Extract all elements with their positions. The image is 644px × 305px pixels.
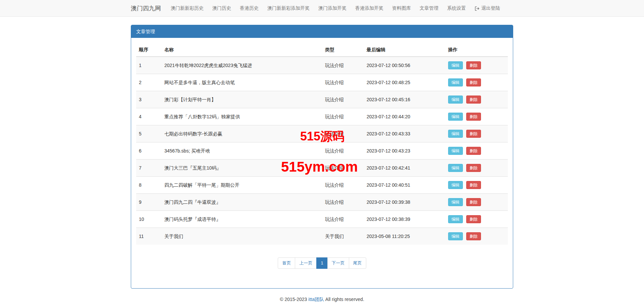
nav-item[interactable]: 文章管理 (415, 0, 443, 17)
delete-button[interactable]: 删除 (466, 181, 481, 189)
pagination-next[interactable]: 下一页 (327, 257, 349, 269)
edit-button[interactable]: 编辑 (448, 113, 463, 121)
pagination-last[interactable]: 尾页 (349, 257, 366, 269)
row-order: 5 (136, 125, 162, 142)
footer-team-link[interactable]: itta团队 (308, 297, 324, 302)
row-actions: 编辑 删除 (445, 142, 508, 160)
edit-button[interactable]: 编辑 (448, 130, 463, 138)
nav-item[interactable]: 澳门新新彩历史 (166, 0, 208, 17)
delete-button[interactable]: 删除 (466, 147, 481, 155)
header-order: 顺序 (136, 43, 162, 57)
brand-logo[interactable]: 澳门四九网 (131, 4, 161, 12)
delete-button[interactable]: 删除 (466, 96, 481, 104)
nav-item[interactable]: 澳门添加开奖 (314, 0, 351, 17)
nav-item[interactable]: 香港添加开奖 (351, 0, 388, 17)
pagination-prev[interactable]: 上一页 (295, 257, 317, 269)
pagination-first[interactable]: 首页 (278, 257, 295, 269)
table-row: 5 七期必出特码数字-长跟必赢 玩法介绍 2023-07-12 00:43:33… (136, 125, 508, 142)
top-navbar: 澳门四九网 澳门新新彩历史澳门历史香港历史澳门新新彩添加开奖澳门添加开奖香港添加… (0, 0, 644, 17)
article-type: 玩法介绍 (322, 125, 364, 142)
edit-button[interactable]: 编辑 (448, 215, 463, 223)
nav-item[interactable]: 系统设置 (443, 0, 470, 17)
delete-button[interactable]: 删除 (466, 78, 481, 86)
edit-button[interactable]: 编辑 (448, 147, 463, 155)
table-row: 3 澳门彩【计划平特一肖】 玩法介绍 2023-07-12 00:45:16 编… (136, 91, 508, 108)
last-edited: 2023-07-12 00:38:39 (364, 211, 445, 228)
delete-button[interactable]: 删除 (466, 164, 481, 172)
header-actions: 操作 (445, 43, 508, 57)
article-type: 关于我们 (322, 228, 364, 245)
nav-item[interactable]: 澳门新新彩添加开奖 (263, 0, 314, 17)
delete-button[interactable]: 删除 (466, 232, 481, 240)
last-edited: 2023-07-12 00:45:16 (364, 91, 445, 108)
delete-button[interactable]: 删除 (466, 198, 481, 206)
row-actions: 编辑 删除 (445, 228, 508, 245)
header-name: 名称 (162, 43, 322, 57)
row-order: 4 (136, 108, 162, 125)
row-order: 3 (136, 91, 162, 108)
row-actions: 编辑 删除 (445, 125, 508, 142)
article-name: 关于我们 (162, 228, 322, 245)
nav-item[interactable]: 资料图库 (388, 0, 415, 17)
article-type: 玩法介绍 (322, 194, 364, 211)
article-type: 玩法介绍 (322, 160, 364, 177)
edit-button[interactable]: 编辑 (448, 96, 463, 104)
row-order: 2 (136, 74, 162, 91)
delete-button[interactable]: 删除 (466, 113, 481, 121)
last-edited: 2023-07-12 00:50:56 (364, 57, 445, 74)
edit-button[interactable]: 编辑 (448, 78, 463, 86)
edit-button[interactable]: 编辑 (448, 181, 463, 189)
article-type: 玩法介绍 (322, 91, 364, 108)
last-edited: 2023-07-12 00:44:20 (364, 108, 445, 125)
row-actions: 编辑 删除 (445, 177, 508, 194)
delete-button[interactable]: 删除 (466, 61, 481, 69)
edit-button[interactable]: 编辑 (448, 61, 463, 69)
article-management-panel: 文章管理 顺序 名称 类型 最后编辑 操作 1 2021牛转乾坤2022虎虎生 (131, 25, 513, 289)
row-actions: 编辑 删除 (445, 194, 508, 211)
row-order: 7 (136, 160, 162, 177)
pagination-page-1[interactable]: 1 (316, 257, 327, 269)
edit-button[interactable]: 编辑 (448, 232, 463, 240)
table-header-row: 顺序 名称 类型 最后编辑 操作 (136, 43, 508, 57)
row-order: 11 (136, 228, 162, 245)
delete-button[interactable]: 删除 (466, 215, 481, 223)
article-name: 34567b.sbs; 买啥开啥 (162, 142, 322, 160)
footer-prefix: © 2015-2023 (280, 297, 308, 302)
row-order: 10 (136, 211, 162, 228)
table-row: 9 澳门四九二四『牛逼双波』 玩法介绍 2023-07-12 00:39:38 … (136, 194, 508, 211)
nav-item[interactable]: 澳门历史 (208, 0, 235, 17)
nav-item[interactable]: 香港历史 (235, 0, 263, 17)
article-name: 澳门四九二四『牛逼双波』 (162, 194, 322, 211)
last-edited: 2023-07-12 00:43:23 (364, 142, 445, 160)
edit-button[interactable]: 编辑 (448, 198, 463, 206)
last-edited: 2023-07-12 00:40:51 (364, 177, 445, 194)
article-type: 玩法介绍 (322, 108, 364, 125)
table-row: 1 2021牛转乾坤2022虎虎生威2023兔飞猛进 玩法介绍 2023-07-… (136, 57, 508, 74)
logout-label: 退出登陆 (481, 5, 500, 11)
table-row: 10 澳门码头托梦『成语平特』 玩法介绍 2023-07-12 00:38:39… (136, 211, 508, 228)
row-actions: 编辑 删除 (445, 108, 508, 125)
nav-links: 澳门新新彩历史澳门历史香港历史澳门新新彩添加开奖澳门添加开奖香港添加开奖资料图库… (166, 0, 470, 17)
header-type: 类型 (322, 43, 364, 57)
pagination: 首页 上一页 1 下一页 尾页 (278, 257, 366, 269)
delete-button[interactable]: 删除 (466, 130, 481, 138)
table-row: 11 关于我们 关于我们 2023-05-08 11:20:25 编辑 删除 (136, 228, 508, 245)
row-order: 1 (136, 57, 162, 74)
last-edited: 2023-07-12 00:48:25 (364, 74, 445, 91)
table-row: 6 34567b.sbs; 买啥开啥 玩法介绍 2023-07-12 00:43… (136, 142, 508, 160)
footer-copyright: © 2015-2023 itta团队 All rights reserved. (131, 297, 513, 303)
article-type: 玩法介绍 (322, 142, 364, 160)
row-order: 8 (136, 177, 162, 194)
logout-link[interactable]: 退出登陆 (470, 0, 504, 17)
row-actions: 编辑 删除 (445, 91, 508, 108)
row-order: 6 (136, 142, 162, 160)
article-name: 2021牛转乾坤2022虎虎生威2023兔飞猛进 (162, 57, 322, 74)
article-name: 澳门大三巴『五尾主10码』 (162, 160, 322, 177)
last-edited: 2023-05-08 11:20:25 (364, 228, 445, 245)
row-actions: 编辑 删除 (445, 74, 508, 91)
edit-button[interactable]: 编辑 (448, 164, 463, 172)
last-edited: 2023-07-12 00:43:33 (364, 125, 445, 142)
articles-table: 顺序 名称 类型 最后编辑 操作 1 2021牛转乾坤2022虎虎生威2023兔… (136, 43, 508, 245)
table-row: 4 重点推荐「八卦数字12码」独家提供 玩法介绍 2023-07-12 00:4… (136, 108, 508, 125)
article-name: 澳门彩【计划平特一肖】 (162, 91, 322, 108)
